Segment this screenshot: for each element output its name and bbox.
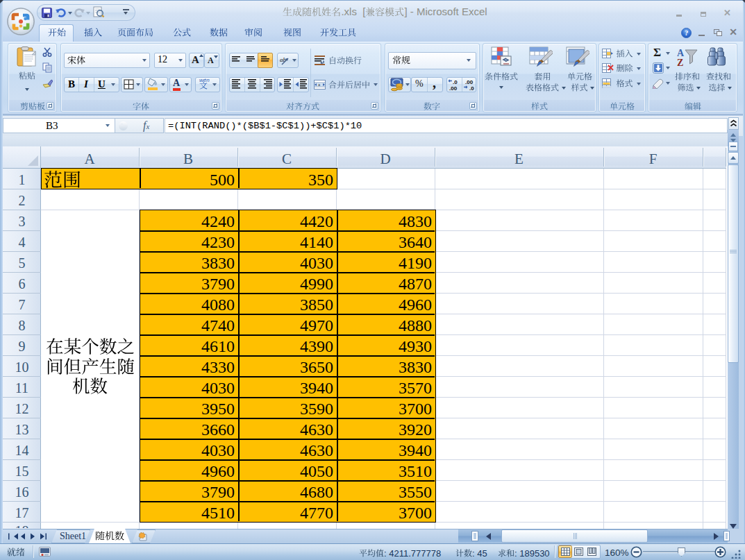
svg-text:?: ? [685,29,688,37]
svg-text:ab: ab [280,56,287,63]
svg-text:.0: .0 [453,79,458,85]
svg-text:.0: .0 [469,85,474,91]
svg-text:Z: Z [677,58,683,68]
svg-text:.00: .00 [449,85,458,91]
svg-text:A: A [677,48,685,58]
svg-text:.00: .00 [465,79,474,85]
